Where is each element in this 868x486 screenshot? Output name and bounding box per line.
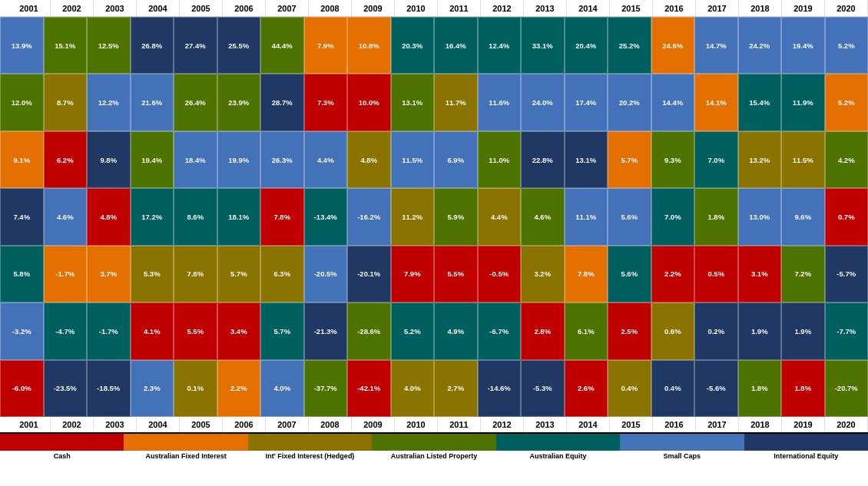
legend-label: Small Caps <box>662 451 703 463</box>
legend-label: Australian Fixed Interest <box>144 451 228 463</box>
grid-cell: 11.2% <box>391 188 435 245</box>
grid-cell: 4.1% <box>131 303 174 359</box>
grid-cell: -21.3% <box>304 303 348 359</box>
year-bottom-label: 2018 <box>739 417 782 432</box>
grid-cell: 8.7% <box>44 74 88 131</box>
grid-cell: 24.6% <box>651 17 695 74</box>
grid-cell: -13.4% <box>304 188 348 245</box>
grid-cell: 4.0% <box>391 360 435 417</box>
grid-cell: 5.8% <box>0 246 44 303</box>
year-bottom-label: 2013 <box>524 417 567 432</box>
grid-cell: 2.7% <box>434 360 478 417</box>
year-bottom-label: 2007 <box>266 417 309 432</box>
year-label: 2003 <box>94 0 137 16</box>
grid-cell: 3.1% <box>738 246 782 303</box>
grid-cell: 26.3% <box>260 131 304 188</box>
grid-row: -3.2%-4.7%-1.7%4.1%5.5%3.4%5.7%-21.3%-28… <box>0 303 868 359</box>
grid-cell: 0.4% <box>608 360 651 417</box>
grid-cell: 2.6% <box>565 360 608 417</box>
legend-item: International Equity <box>744 434 868 486</box>
grid-cell: 6.3% <box>260 246 304 303</box>
grid-cell: 19.4% <box>781 17 825 74</box>
year-label: 2015 <box>610 0 653 16</box>
grid-cell: -20.5% <box>304 246 348 303</box>
year-bottom-label: 2001 <box>8 417 51 432</box>
grid-cell: 7.9% <box>304 17 348 74</box>
grid-cell: -16.2% <box>347 188 391 245</box>
grid-cell: 20.4% <box>565 17 608 74</box>
grid-cell: 11.5% <box>781 131 825 188</box>
year-label: 2011 <box>438 0 481 16</box>
grid-cell: 9.1% <box>0 131 44 188</box>
grid-cell: 2.2% <box>217 360 261 417</box>
legend-label: Cash <box>52 451 72 463</box>
grid-cell: 6.1% <box>565 303 608 359</box>
year-label: 2014 <box>567 0 610 16</box>
legend-label: International Equity <box>772 451 840 463</box>
year-label: 2013 <box>524 0 567 16</box>
grid-cell: -14.6% <box>478 360 522 417</box>
legend-color-box <box>0 434 124 451</box>
grid-cell: -5.6% <box>694 360 738 417</box>
grid-cell: 17.4% <box>565 74 608 131</box>
grid-cell: 8.6% <box>174 188 217 245</box>
grid-row: 7.4%4.6%4.8%17.2%8.6%18.1%7.8%-13.4%-16.… <box>0 188 868 245</box>
grid-cell: 17.2% <box>131 188 174 245</box>
grid-cell: 26.8% <box>131 17 174 74</box>
grid-cell: 7.2% <box>781 246 825 303</box>
grid-cell: 2.8% <box>521 303 565 359</box>
grid-cell: 14.1% <box>694 74 738 131</box>
legend-color-box <box>248 434 372 451</box>
grid-cell: 7.0% <box>694 131 738 188</box>
grid-cell: 4.8% <box>87 188 131 245</box>
year-bottom-label: 2017 <box>696 417 739 432</box>
year-bottom-label: 2008 <box>309 417 352 432</box>
grid-cell: 6.9% <box>434 131 478 188</box>
grid-cell: 10.0% <box>347 74 391 131</box>
legend-item: Australian Listed Property <box>372 434 495 486</box>
grid-cell: 5.5% <box>174 303 217 359</box>
grid-cell: -5.3% <box>521 360 565 417</box>
year-bottom-label: 2011 <box>438 417 481 432</box>
grid-cell: 1.8% <box>781 360 825 417</box>
year-label: 2009 <box>352 0 395 16</box>
legend-color-box <box>620 434 744 451</box>
grid-area: 13.9%15.1%12.5%26.8%27.4%25.5%44.4%7.9%1… <box>0 17 868 417</box>
year-header-top: 2001200220032004200520062007200820092010… <box>0 0 868 17</box>
grid-cell: 5.7% <box>608 131 651 188</box>
grid-cell: 19.4% <box>131 131 174 188</box>
grid-cell: 5.7% <box>217 246 261 303</box>
grid-cell: 25.2% <box>608 17 651 74</box>
grid-row: 13.9%15.1%12.5%26.8%27.4%25.5%44.4%7.9%1… <box>0 17 868 74</box>
grid-cell: 0.6% <box>651 303 695 359</box>
year-bottom-label: 2010 <box>395 417 438 432</box>
grid-cell: 24.2% <box>738 17 782 74</box>
grid-cell: 0.7% <box>825 188 869 245</box>
year-bottom-label: 2004 <box>137 417 180 432</box>
grid-cell: 7.0% <box>651 188 695 245</box>
grid-cell: 15.4% <box>738 74 782 131</box>
grid-cell: 7.8% <box>565 246 608 303</box>
grid-cell: 13.2% <box>738 131 782 188</box>
year-label: 2004 <box>137 0 180 16</box>
grid-cell: -6.0% <box>0 360 44 417</box>
grid-cell: -6.7% <box>478 303 522 359</box>
year-bottom-label: 2014 <box>567 417 610 432</box>
year-bottom-label: 2019 <box>782 417 825 432</box>
grid-cell: 28.7% <box>260 74 304 131</box>
grid-cell: 9.8% <box>87 131 131 188</box>
grid-cell: 4.9% <box>434 303 478 359</box>
grid-cell: 13.0% <box>738 188 782 245</box>
year-bottom-label: 2005 <box>180 417 223 432</box>
grid-cell: 4.4% <box>304 131 348 188</box>
legend: CashAustralian Fixed InterestInt' Fixed … <box>0 432 868 486</box>
legend-color-box <box>124 434 247 451</box>
year-label: 2010 <box>395 0 438 16</box>
grid-cell: 4.8% <box>347 131 391 188</box>
grid-cell: 18.1% <box>217 188 261 245</box>
grid-cell: 0.2% <box>694 303 738 359</box>
grid-cell: 16.4% <box>434 17 478 74</box>
legend-label: Australian Listed Property <box>389 451 479 463</box>
grid-cell: -20.1% <box>347 246 391 303</box>
grid-cell: 4.6% <box>44 188 88 245</box>
